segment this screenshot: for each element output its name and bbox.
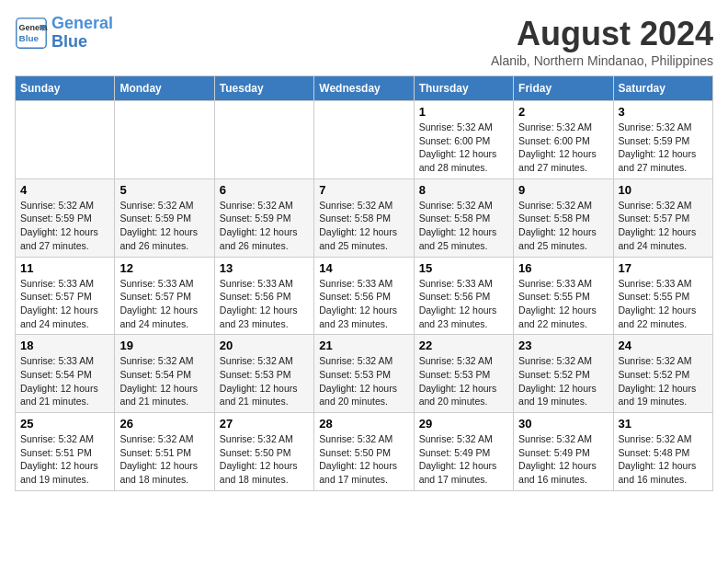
day-number: 15 (419, 261, 508, 275)
day-info: Sunrise: 5:32 AM Sunset: 5:50 PM Dayligh… (319, 432, 408, 487)
day-number: 30 (518, 417, 608, 431)
day-number: 21 (319, 339, 408, 352)
calendar-cell: 10Sunrise: 5:32 AM Sunset: 5:57 PM Dayli… (613, 178, 712, 257)
calendar-cell: 16Sunrise: 5:33 AM Sunset: 5:55 PM Dayli… (514, 257, 613, 335)
day-info: Sunrise: 5:32 AM Sunset: 5:53 PM Dayligh… (419, 354, 508, 408)
calendar-cell: 14Sunrise: 5:33 AM Sunset: 5:56 PM Dayli… (314, 257, 414, 335)
calendar-cell: 11Sunrise: 5:33 AM Sunset: 5:57 PM Dayli… (16, 257, 115, 335)
calendar-cell: 3Sunrise: 5:32 AM Sunset: 5:59 PM Daylig… (613, 101, 712, 179)
col-header-friday: Friday (514, 76, 613, 101)
day-info: Sunrise: 5:32 AM Sunset: 5:53 PM Dayligh… (220, 354, 309, 408)
calendar-cell: 18Sunrise: 5:33 AM Sunset: 5:54 PM Dayli… (16, 335, 115, 413)
title-block: August 2024 Alanib, Northern Mindanao, P… (491, 15, 713, 68)
calendar-cell: 17Sunrise: 5:33 AM Sunset: 5:55 PM Dayli… (613, 257, 712, 335)
day-number: 22 (419, 339, 508, 352)
day-number: 16 (518, 261, 608, 275)
week-row-3: 11Sunrise: 5:33 AM Sunset: 5:57 PM Dayli… (16, 257, 713, 335)
day-number: 6 (220, 183, 309, 197)
calendar-cell: 12Sunrise: 5:33 AM Sunset: 5:57 PM Dayli… (115, 257, 214, 335)
calendar-cell: 2Sunrise: 5:32 AM Sunset: 6:00 PM Daylig… (514, 101, 613, 179)
calendar-cell (16, 101, 115, 179)
calendar-cell: 20Sunrise: 5:32 AM Sunset: 5:53 PM Dayli… (214, 335, 313, 413)
calendar-table: SundayMondayTuesdayWednesdayThursdayFrid… (15, 75, 713, 491)
day-info: Sunrise: 5:32 AM Sunset: 5:49 PM Dayligh… (419, 432, 508, 487)
day-info: Sunrise: 5:32 AM Sunset: 5:48 PM Dayligh… (619, 432, 708, 487)
day-number: 13 (220, 261, 309, 275)
week-row-4: 18Sunrise: 5:33 AM Sunset: 5:54 PM Dayli… (16, 335, 713, 413)
day-number: 10 (619, 183, 708, 197)
day-info: Sunrise: 5:33 AM Sunset: 5:54 PM Dayligh… (20, 354, 109, 408)
calendar-cell: 23Sunrise: 5:32 AM Sunset: 5:52 PM Dayli… (514, 335, 613, 413)
day-number: 4 (20, 183, 109, 197)
day-number: 27 (220, 417, 309, 431)
day-number: 8 (419, 183, 508, 197)
calendar-cell: 4Sunrise: 5:32 AM Sunset: 5:59 PM Daylig… (16, 178, 115, 257)
week-row-5: 25Sunrise: 5:32 AM Sunset: 5:51 PM Dayli… (16, 413, 713, 491)
calendar-cell: 27Sunrise: 5:32 AM Sunset: 5:50 PM Dayli… (214, 413, 313, 491)
day-number: 17 (619, 261, 708, 275)
week-row-1: 1Sunrise: 5:32 AM Sunset: 6:00 PM Daylig… (16, 101, 713, 179)
calendar-cell: 13Sunrise: 5:33 AM Sunset: 5:56 PM Dayli… (214, 257, 313, 335)
col-header-sunday: Sunday (16, 76, 115, 101)
day-info: Sunrise: 5:33 AM Sunset: 5:56 PM Dayligh… (419, 277, 508, 331)
logo: General Blue General Blue (15, 15, 113, 52)
day-info: Sunrise: 5:32 AM Sunset: 5:54 PM Dayligh… (119, 354, 209, 408)
day-info: Sunrise: 5:32 AM Sunset: 5:59 PM Dayligh… (119, 199, 209, 253)
day-number: 20 (220, 339, 309, 352)
day-number: 31 (619, 417, 708, 431)
calendar-cell (115, 101, 214, 179)
day-info: Sunrise: 5:33 AM Sunset: 5:56 PM Dayligh… (319, 277, 408, 331)
col-header-tuesday: Tuesday (214, 76, 313, 101)
day-number: 29 (419, 417, 508, 431)
day-number: 14 (319, 261, 408, 275)
col-header-wednesday: Wednesday (314, 76, 414, 101)
calendar-cell: 24Sunrise: 5:32 AM Sunset: 5:52 PM Dayli… (613, 335, 712, 413)
day-info: Sunrise: 5:33 AM Sunset: 5:55 PM Dayligh… (518, 277, 608, 331)
calendar-cell: 31Sunrise: 5:32 AM Sunset: 5:48 PM Dayli… (613, 413, 712, 491)
header-row: SundayMondayTuesdayWednesdayThursdayFrid… (16, 76, 713, 101)
day-info: Sunrise: 5:33 AM Sunset: 5:56 PM Dayligh… (220, 277, 309, 331)
day-number: 28 (319, 417, 408, 431)
calendar-cell: 5Sunrise: 5:32 AM Sunset: 5:59 PM Daylig… (115, 178, 214, 257)
calendar-cell: 1Sunrise: 5:32 AM Sunset: 6:00 PM Daylig… (414, 101, 513, 179)
day-info: Sunrise: 5:32 AM Sunset: 5:59 PM Dayligh… (619, 121, 708, 175)
day-number: 1 (419, 105, 508, 119)
day-info: Sunrise: 5:33 AM Sunset: 5:57 PM Dayligh… (20, 277, 109, 331)
day-info: Sunrise: 5:32 AM Sunset: 5:59 PM Dayligh… (20, 199, 109, 253)
calendar-cell: 25Sunrise: 5:32 AM Sunset: 5:51 PM Dayli… (16, 413, 115, 491)
logo-text: General Blue (51, 15, 113, 52)
col-header-saturday: Saturday (613, 76, 712, 101)
day-info: Sunrise: 5:32 AM Sunset: 5:53 PM Dayligh… (319, 354, 408, 408)
day-number: 9 (518, 183, 608, 197)
calendar-cell: 28Sunrise: 5:32 AM Sunset: 5:50 PM Dayli… (314, 413, 414, 491)
col-header-monday: Monday (115, 76, 214, 101)
day-number: 3 (619, 105, 708, 119)
day-info: Sunrise: 5:32 AM Sunset: 5:51 PM Dayligh… (119, 432, 209, 487)
logo-icon: General Blue (15, 17, 48, 50)
day-number: 23 (518, 339, 608, 352)
day-info: Sunrise: 5:32 AM Sunset: 6:00 PM Dayligh… (419, 121, 508, 175)
day-number: 25 (20, 417, 109, 431)
day-info: Sunrise: 5:32 AM Sunset: 5:50 PM Dayligh… (220, 432, 309, 487)
calendar-cell: 21Sunrise: 5:32 AM Sunset: 5:53 PM Dayli… (314, 335, 414, 413)
col-header-thursday: Thursday (414, 76, 513, 101)
day-number: 12 (119, 261, 209, 275)
day-info: Sunrise: 5:32 AM Sunset: 5:51 PM Dayligh… (20, 432, 109, 487)
day-info: Sunrise: 5:33 AM Sunset: 5:55 PM Dayligh… (619, 277, 708, 331)
day-number: 26 (119, 417, 209, 431)
day-number: 11 (20, 261, 109, 275)
day-number: 5 (119, 183, 209, 197)
main-title: August 2024 (491, 15, 713, 53)
day-info: Sunrise: 5:32 AM Sunset: 5:58 PM Dayligh… (518, 199, 608, 253)
day-info: Sunrise: 5:33 AM Sunset: 5:57 PM Dayligh… (119, 277, 209, 331)
calendar-cell: 8Sunrise: 5:32 AM Sunset: 5:58 PM Daylig… (414, 178, 513, 257)
calendar-cell (214, 101, 313, 179)
calendar-cell: 15Sunrise: 5:33 AM Sunset: 5:56 PM Dayli… (414, 257, 513, 335)
day-number: 7 (319, 183, 408, 197)
calendar-cell: 26Sunrise: 5:32 AM Sunset: 5:51 PM Dayli… (115, 413, 214, 491)
calendar-cell: 7Sunrise: 5:32 AM Sunset: 5:58 PM Daylig… (314, 178, 414, 257)
calendar-cell: 22Sunrise: 5:32 AM Sunset: 5:53 PM Dayli… (414, 335, 513, 413)
day-info: Sunrise: 5:32 AM Sunset: 5:57 PM Dayligh… (619, 199, 708, 253)
subtitle: Alanib, Northern Mindanao, Philippines (491, 53, 713, 68)
calendar-cell: 9Sunrise: 5:32 AM Sunset: 5:58 PM Daylig… (514, 178, 613, 257)
